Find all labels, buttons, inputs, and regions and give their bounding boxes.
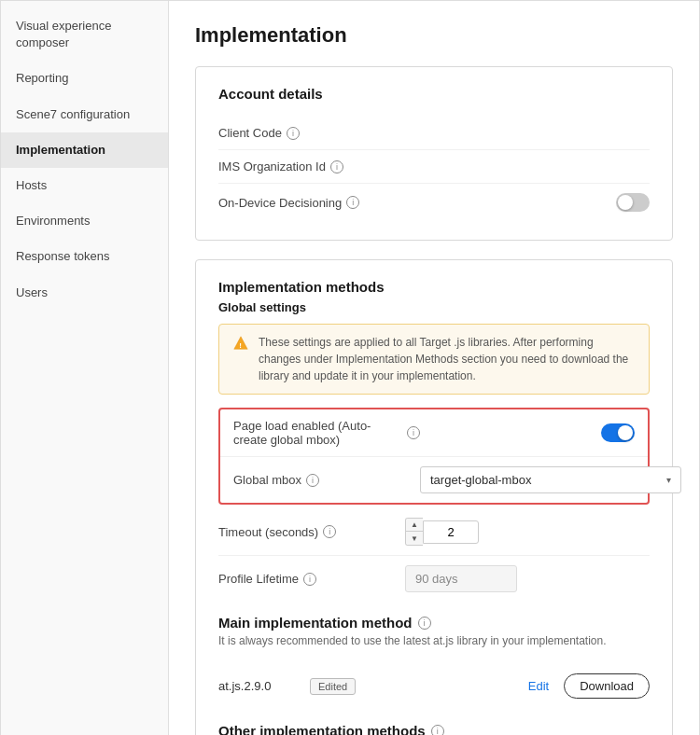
other-methods-title-row: Other implementation methods i bbox=[218, 723, 650, 735]
main-lib-badge: Edited bbox=[310, 678, 356, 695]
svg-text:!: ! bbox=[239, 341, 242, 350]
sidebar-item-hosts[interactable]: Hosts bbox=[1, 168, 168, 203]
app-container: Visual experience composer Reporting Sce… bbox=[0, 0, 700, 735]
account-details-card: Account details Client Code i IMS Organi… bbox=[195, 66, 673, 241]
client-code-label: Client Code i bbox=[218, 126, 405, 140]
timeout-row: Timeout (seconds) i ▲ ▼ bbox=[218, 508, 650, 556]
on-device-toggle-thumb bbox=[618, 195, 633, 210]
main-lib-actions: Edit Download bbox=[528, 673, 650, 699]
global-mbox-info-icon[interactable]: i bbox=[306, 474, 319, 487]
sidebar-item-reporting[interactable]: Reporting bbox=[1, 61, 168, 96]
other-methods-info-icon[interactable]: i bbox=[431, 725, 444, 736]
implementation-methods-card: Implementation methods Global settings !… bbox=[195, 259, 673, 735]
warning-icon: ! bbox=[232, 335, 249, 352]
page-load-toggle-thumb bbox=[618, 425, 633, 440]
timeout-increment-button[interactable]: ▲ bbox=[406, 519, 423, 532]
timeout-spin-buttons: ▲ ▼ bbox=[405, 518, 423, 546]
on-device-toggle-track bbox=[616, 193, 650, 212]
main-lib-row: at.js.2.9.0 Edited Edit Download bbox=[218, 664, 650, 708]
sidebar: Visual experience composer Reporting Sce… bbox=[1, 1, 169, 735]
sidebar-item-scene7-configuration[interactable]: Scene7 configuration bbox=[1, 97, 168, 132]
page-load-row: Page load enabled (Auto-create global mb… bbox=[220, 409, 648, 457]
ims-org-info-icon[interactable]: i bbox=[330, 160, 343, 173]
page-load-toggle-track bbox=[601, 423, 635, 442]
highlighted-section: Page load enabled (Auto-create global mb… bbox=[218, 408, 650, 505]
main-lib-download-button[interactable]: Download bbox=[564, 673, 650, 699]
warning-text: These settings are applied to all Target… bbox=[259, 334, 636, 384]
main-implementation-section: Main implementation method i It is alway… bbox=[218, 615, 650, 708]
other-methods-section: Other implementation methods i All custo… bbox=[218, 723, 650, 735]
page-load-toggle[interactable] bbox=[601, 423, 635, 442]
global-mbox-dropdown[interactable]: target-global-mbox ▾ bbox=[420, 466, 681, 493]
client-code-row: Client Code i bbox=[218, 117, 650, 150]
global-settings-title: Global settings bbox=[218, 300, 650, 314]
warning-box: ! These settings are applied to all Targ… bbox=[218, 324, 650, 395]
timeout-label: Timeout (seconds) i bbox=[218, 525, 405, 539]
sidebar-item-environments[interactable]: Environments bbox=[1, 203, 168, 239]
timeout-input[interactable] bbox=[423, 520, 479, 544]
profile-lifetime-row: Profile Lifetime i bbox=[218, 556, 650, 602]
ims-org-row: IMS Organization Id i bbox=[218, 150, 650, 184]
global-mbox-row: Global mbox i target-global-mbox ▾ bbox=[220, 457, 648, 503]
profile-lifetime-value-wrap bbox=[405, 565, 650, 592]
global-mbox-label: Global mbox i bbox=[233, 473, 420, 487]
on-device-row: On-Device Decisioning i bbox=[218, 184, 650, 221]
account-details-title: Account details bbox=[218, 86, 650, 102]
main-method-title: Main implementation method bbox=[218, 615, 413, 631]
sidebar-item-response-tokens[interactable]: Response tokens bbox=[1, 239, 168, 274]
page-load-info-icon[interactable]: i bbox=[407, 426, 420, 439]
on-device-info-icon[interactable]: i bbox=[346, 196, 359, 209]
main-method-info: It is always recommended to use the late… bbox=[218, 632, 650, 649]
global-mbox-value: target-global-mbox bbox=[430, 473, 531, 487]
timeout-decrement-button[interactable]: ▼ bbox=[406, 532, 423, 545]
page-title: Implementation bbox=[195, 23, 673, 48]
page-load-label: Page load enabled (Auto-create global mb… bbox=[233, 419, 420, 447]
profile-lifetime-label: Profile Lifetime i bbox=[218, 572, 405, 586]
on-device-label: On-Device Decisioning i bbox=[218, 196, 405, 210]
timeout-value-wrap: ▲ ▼ bbox=[405, 518, 650, 546]
sidebar-item-visual-experience-composer[interactable]: Visual experience composer bbox=[1, 8, 168, 61]
profile-lifetime-info-icon[interactable]: i bbox=[303, 573, 316, 586]
timeout-info-icon[interactable]: i bbox=[323, 525, 336, 538]
profile-lifetime-input[interactable] bbox=[405, 565, 517, 592]
main-lib-edit-link[interactable]: Edit bbox=[528, 679, 549, 693]
ims-org-label: IMS Organization Id i bbox=[218, 159, 405, 173]
other-methods-title: Other implementation methods bbox=[218, 723, 426, 735]
main-method-info-icon[interactable]: i bbox=[418, 617, 431, 630]
main-content: Implementation Account details Client Co… bbox=[169, 1, 699, 735]
implementation-methods-title: Implementation methods bbox=[218, 279, 650, 295]
on-device-toggle[interactable] bbox=[616, 193, 650, 212]
chevron-down-icon: ▾ bbox=[666, 475, 671, 485]
sidebar-item-implementation[interactable]: Implementation bbox=[1, 132, 168, 168]
sidebar-item-users[interactable]: Users bbox=[1, 275, 168, 311]
client-code-info-icon[interactable]: i bbox=[287, 127, 300, 140]
main-lib-name: at.js.2.9.0 bbox=[218, 679, 302, 693]
timeout-number-input-wrap: ▲ ▼ bbox=[405, 518, 650, 546]
